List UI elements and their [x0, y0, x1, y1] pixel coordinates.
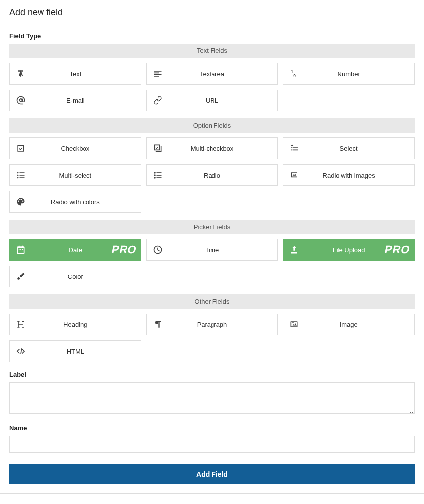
upload-icon [283, 245, 305, 255]
group-text: Text Textarea 19 Number E-mail [9, 63, 415, 111]
images-icon [283, 170, 305, 180]
svg-point-4 [154, 177, 155, 178]
select-icon [283, 143, 305, 153]
panel-title: Add new field [0, 0, 424, 25]
add-field-button[interactable]: Add Field [9, 464, 415, 484]
label-input[interactable] [9, 382, 415, 414]
field-label: Text [32, 70, 141, 78]
paragraph-icon [147, 320, 169, 329]
number-icon: 19 [283, 69, 305, 79]
svg-point-3 [154, 174, 155, 176]
group-header-option: Option Fields [9, 118, 415, 133]
list-icon [147, 170, 169, 180]
code-icon [10, 346, 32, 356]
field-heading[interactable]: Heading [9, 314, 141, 335]
checkbox-icon [10, 143, 32, 153]
group-other: Heading Paragraph Image HTML [9, 314, 415, 362]
image-icon [283, 320, 305, 329]
group-header-text: Text Fields [9, 44, 415, 58]
add-field-panel: Add new field Field Type Text Fields Tex… [0, 0, 424, 494]
field-color[interactable]: Color [9, 266, 141, 287]
field-date[interactable]: Date PRO [9, 239, 141, 261]
label-section: Label [9, 371, 415, 415]
field-label: Multi-checkbox [169, 145, 278, 152]
group-header-other: Other Fields [9, 294, 415, 309]
field-radio-images[interactable]: Radio with images [283, 164, 415, 186]
field-file-upload[interactable]: File Upload PRO [283, 239, 415, 261]
field-text[interactable]: Text [9, 63, 141, 85]
multi-select-icon [10, 170, 32, 180]
field-radio[interactable]: Radio [146, 164, 278, 186]
group-picker: Date PRO Time File Upload PRO C [9, 239, 415, 287]
name-field-label: Name [9, 424, 415, 432]
field-label: Select [305, 145, 414, 152]
field-time[interactable]: Time [146, 239, 278, 261]
field-label: Number [305, 70, 414, 78]
field-label: Heading [32, 321, 141, 328]
field-email[interactable]: E-mail [9, 90, 141, 111]
field-label: URL [169, 97, 278, 104]
field-label: Color [32, 273, 141, 280]
calendar-icon [10, 245, 32, 255]
svg-text:9: 9 [294, 73, 296, 78]
field-label: Time [169, 246, 278, 254]
field-type-label: Field Type [9, 32, 415, 40]
link-icon [147, 95, 169, 105]
field-label: E-mail [32, 97, 141, 104]
field-radio-colors[interactable]: Radio with colors [9, 191, 141, 213]
heading-icon [10, 320, 32, 329]
field-label: HTML [32, 348, 141, 355]
field-checkbox[interactable]: Checkbox [9, 137, 141, 159]
pro-badge: PRO [110, 243, 138, 256]
field-url[interactable]: URL [146, 90, 278, 111]
name-section: Name [9, 424, 415, 453]
field-number[interactable]: 19 Number [283, 63, 415, 85]
field-image[interactable]: Image [283, 314, 415, 335]
field-label: Multi-select [32, 172, 141, 179]
field-label: Radio with images [305, 172, 414, 179]
field-paragraph[interactable]: Paragraph [146, 314, 278, 335]
field-label: Radio with colors [32, 198, 141, 206]
group-option: Checkbox Multi-checkbox Select Multi-sel… [9, 137, 415, 213]
panel-body: Field Type Text Fields Text Textarea 19 [0, 25, 424, 493]
field-label: Checkbox [32, 145, 141, 152]
field-label: Image [305, 321, 414, 328]
field-label: Radio [169, 172, 278, 179]
field-select[interactable]: Select [283, 137, 415, 159]
font-icon [10, 69, 32, 79]
field-label: Textarea [169, 70, 278, 78]
multi-checkbox-icon [147, 143, 169, 153]
at-icon [10, 95, 32, 105]
group-header-picker: Picker Fields [9, 220, 415, 234]
align-left-icon [147, 69, 169, 79]
clock-icon [147, 245, 169, 255]
label-field-label: Label [9, 371, 415, 378]
palette-icon [10, 197, 32, 207]
svg-point-2 [154, 172, 155, 173]
name-input[interactable] [9, 436, 415, 453]
field-multi-checkbox[interactable]: Multi-checkbox [146, 137, 278, 159]
field-textarea[interactable]: Textarea [146, 63, 278, 85]
pro-badge: PRO [384, 243, 412, 256]
field-multi-select[interactable]: Multi-select [9, 164, 141, 186]
field-html[interactable]: HTML [9, 340, 141, 362]
brush-icon [10, 272, 32, 281]
field-label: Paragraph [169, 321, 278, 328]
